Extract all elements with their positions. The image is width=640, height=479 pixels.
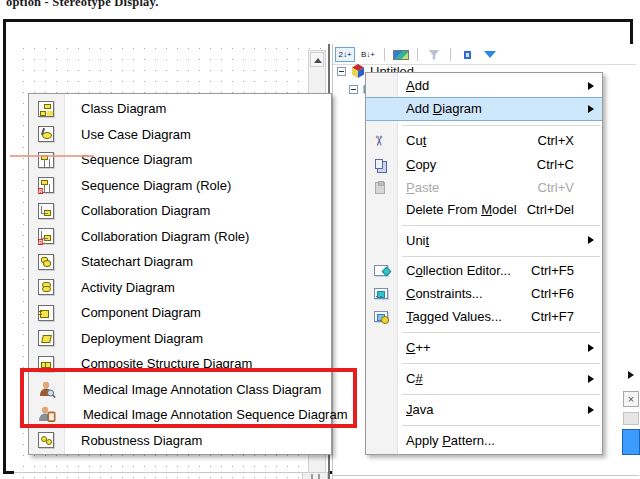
canvas-bottom-line xyxy=(14,472,302,473)
deployment-diagram-icon xyxy=(38,330,54,346)
menu-item-apply-pattern[interactable]: Apply Pattern... xyxy=(366,429,602,452)
menu-item-copy[interactable]: Copy Ctrl+C xyxy=(366,153,602,177)
menu-item-class-diagram[interactable]: Class Diagram xyxy=(29,96,331,122)
menu-item-java[interactable]: Java xyxy=(366,398,602,421)
menu-item-sequence-diagram[interactable]: Sequence Diagram xyxy=(29,147,331,173)
statechart-diagram-icon xyxy=(38,254,54,270)
toolbar-separator xyxy=(450,48,451,61)
cut-icon: ✂ xyxy=(373,133,389,149)
collaboration-diagram-icon xyxy=(38,203,54,219)
close-icon[interactable]: × xyxy=(623,391,639,407)
submenu-arrow-icon xyxy=(588,105,594,113)
sort-by-name-button[interactable]: 2↓+ xyxy=(335,47,355,62)
menu-item-collection-editor[interactable]: Collection Editor... Ctrl+F5 xyxy=(366,260,602,283)
menu-item-delete-from-model[interactable]: Delete From Model Ctrl+Del xyxy=(366,199,602,221)
explorer-toolbar: 2↓+ B↓+ xyxy=(335,46,635,63)
diagram-thumbnail-icon xyxy=(393,50,409,60)
caption-fragment: option - Stereotype Display. xyxy=(6,0,306,9)
activity-diagram-icon xyxy=(38,279,54,295)
figure: option - Stereotype Display. 2↓+ B↓+ xyxy=(0,0,640,479)
sort-by-type-button[interactable]: B↓+ xyxy=(358,47,378,62)
menu-item-activity-diagram[interactable]: Activity Diagram xyxy=(29,275,331,301)
class-diagram-icon xyxy=(38,101,54,117)
menu-separator xyxy=(402,332,600,333)
submenu-arrow-icon xyxy=(588,375,594,383)
project-cube-icon xyxy=(350,63,366,79)
menu-item-csharp[interactable]: C# xyxy=(366,367,602,390)
collaboration-diagram-role-icon: R xyxy=(38,228,54,244)
robustness-diagram-icon xyxy=(38,432,54,448)
menu-separator xyxy=(402,425,600,426)
submenu-arrow-icon xyxy=(588,406,594,414)
filter-button[interactable] xyxy=(424,47,444,62)
menu-item-sequence-diagram-role[interactable]: R Sequence Diagram (Role) xyxy=(29,173,331,199)
properties-divider xyxy=(333,475,639,476)
toolbar-separator xyxy=(417,48,418,61)
menu-item-deployment-diagram[interactable]: Deployment Diagram xyxy=(29,326,331,352)
submenu-arrow-icon xyxy=(588,344,594,352)
paste-icon xyxy=(373,180,389,196)
menu-separator xyxy=(402,363,600,364)
menu-separator xyxy=(402,225,600,226)
annotation-line xyxy=(10,155,94,157)
submenu-arrow-icon xyxy=(628,371,634,379)
chevron-down-icon xyxy=(484,51,496,58)
element-icon xyxy=(464,51,471,59)
menu-separator xyxy=(402,256,600,257)
copy-icon xyxy=(373,157,389,173)
panel-edge-cell xyxy=(623,412,639,425)
menu-item-tagged-values[interactable]: Tagged Values... Ctrl+F7 xyxy=(366,305,602,328)
menu-item-use-case-diagram[interactable]: Use Case Diagram xyxy=(29,122,331,148)
menu-item-collaboration-diagram-role[interactable]: R Collaboration Diagram (Role) xyxy=(29,224,331,250)
menu-separator xyxy=(402,394,600,395)
component-diagram-icon xyxy=(38,305,54,321)
toolbar-separator xyxy=(384,48,385,61)
menu-item-statechart-diagram[interactable]: Statechart Diagram xyxy=(29,249,331,275)
show-diagram-thumbnail-button[interactable] xyxy=(391,47,411,62)
menu-item-cut[interactable]: ✂ Cut Ctrl+X xyxy=(366,129,602,153)
submenu-arrow-icon xyxy=(588,236,594,244)
submenu-arrow-icon xyxy=(588,82,594,90)
menu-item-paste[interactable]: Paste Ctrl+V xyxy=(366,177,602,199)
use-case-diagram-icon xyxy=(38,126,54,142)
element-button[interactable] xyxy=(457,47,477,62)
menu-item-cpp[interactable]: C++ xyxy=(366,336,602,359)
canvas-horizontal-scrollbar[interactable] xyxy=(302,472,328,479)
menu-separator xyxy=(402,125,600,126)
collapse-button[interactable] xyxy=(480,47,500,62)
menu-item-add[interactable]: Add xyxy=(366,75,602,97)
menu-item-robustness-diagram[interactable]: Robustness Diagram xyxy=(29,428,331,454)
context-menu: Add Add Diagram ✂ Cut Ctrl+X Copy Ctrl+C… xyxy=(365,72,603,455)
sequence-diagram-role-icon: R xyxy=(38,177,54,193)
menu-item-constraints[interactable]: Constraints... Ctrl+F6 xyxy=(366,282,602,305)
collection-editor-icon xyxy=(373,263,389,279)
annotation-highlight-box xyxy=(20,368,357,428)
filter-icon xyxy=(429,50,440,60)
menu-item-collaboration-diagram[interactable]: Collaboration Diagram xyxy=(29,198,331,224)
selected-grid-cell xyxy=(622,429,640,455)
collapse-expander-icon[interactable] xyxy=(337,67,346,76)
menu-item-add-diagram[interactable]: Add Diagram xyxy=(366,97,602,121)
tagged-values-icon xyxy=(373,309,389,325)
collapse-expander-icon[interactable] xyxy=(349,85,358,94)
menu-item-component-diagram[interactable]: Component Diagram xyxy=(29,300,331,326)
constraints-icon xyxy=(373,286,389,302)
scroll-up-button[interactable] xyxy=(310,52,324,67)
menu-item-unit[interactable]: Unit xyxy=(366,229,602,252)
